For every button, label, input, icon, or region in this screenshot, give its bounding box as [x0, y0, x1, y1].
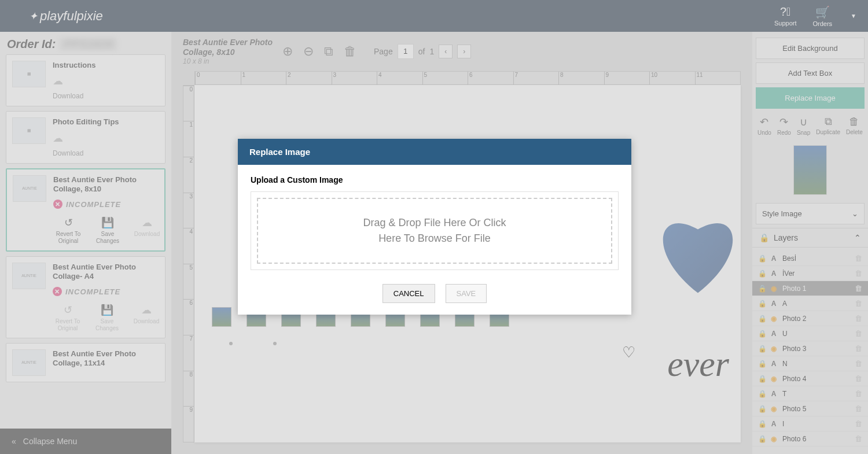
modal-title: Replace Image [238, 139, 631, 165]
modal-footer: CANCEL SAVE [238, 276, 631, 315]
save-button[interactable]: SAVE [446, 284, 487, 303]
file-dropzone[interactable]: Drag & Drop File Here Or Click Here To B… [257, 198, 612, 264]
dropzone-line2: Here To Browse For File [270, 231, 599, 246]
dropzone-line1: Drag & Drop File Here Or Click [270, 215, 599, 231]
cancel-button[interactable]: CANCEL [382, 284, 435, 303]
replace-image-modal: Replace Image Upload a Custom Image Drag… [238, 139, 631, 315]
modal-subtitle: Upload a Custom Image [251, 175, 619, 184]
upload-frame: Drag & Drop File Here Or Click Here To B… [251, 191, 619, 270]
